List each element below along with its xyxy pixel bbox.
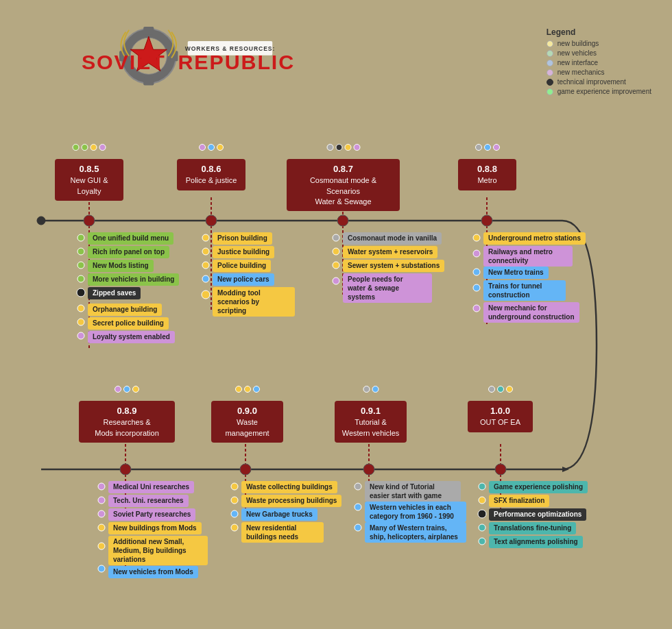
feature-underground-metro: Underground metro stations xyxy=(483,232,586,245)
feature-text-alignments: Text alignments polishing xyxy=(489,536,583,548)
svg-point-59 xyxy=(231,524,238,531)
version-088-number: 0.8.8 xyxy=(465,163,509,175)
feature-new-residential-needs: New residentialbuildings needs xyxy=(241,522,324,543)
svg-point-50 xyxy=(98,483,105,490)
main-container: SOVIET REPUBLIC WORKERS & RESOURCES: Leg… xyxy=(0,0,672,629)
svg-point-52 xyxy=(98,510,105,517)
svg-point-27 xyxy=(495,464,506,475)
version-086-number: 0.8.6 xyxy=(184,163,239,175)
feature-new-tutorial: New kind of Tutorialeasier start with ga… xyxy=(365,481,461,502)
legend-item-interface: new interface xyxy=(547,59,651,66)
feature-new-mods-listing: New Mods listing xyxy=(88,260,154,272)
legend-dot-mechanics xyxy=(547,69,553,76)
svg-point-51 xyxy=(98,497,105,504)
legend-label-interface: new interface xyxy=(557,59,598,66)
svg-point-40 xyxy=(202,291,210,299)
svg-rect-70 xyxy=(143,27,154,34)
feature-unified-build-menu: One unified build menu xyxy=(88,232,173,245)
feature-people-needs-water: People needs forwater & sewage systems xyxy=(343,273,432,303)
feature-railways-metro: Railways and metroconnectivity xyxy=(483,246,573,267)
version-091-number: 0.9.1 xyxy=(341,405,400,417)
feature-prison-building: Prison building xyxy=(213,232,272,245)
feature-waste-collecting: Waste collecting buildings xyxy=(241,481,337,493)
svg-point-38 xyxy=(202,262,209,269)
svg-point-65 xyxy=(478,510,486,518)
legend-item-vehicles: new vehicles xyxy=(547,49,651,57)
svg-point-26 xyxy=(363,464,374,475)
feature-rich-info-panel: Rich info panel on top xyxy=(88,246,169,258)
svg-point-63 xyxy=(479,483,485,490)
version-087: 0.8.7 Cosmonaut mode & ScenariosWater & … xyxy=(287,159,400,211)
version-091-title: Tutorial &Western vehicles xyxy=(341,417,400,439)
svg-point-31 xyxy=(77,275,84,282)
version-085: 0.8.5 New GUI &Loyalty xyxy=(55,159,123,201)
feature-secret-police-building: Secret police building xyxy=(88,317,169,330)
version-085-number: 0.8.5 xyxy=(62,163,117,175)
svg-point-45 xyxy=(473,234,480,241)
svg-point-41 xyxy=(333,234,339,241)
svg-point-34 xyxy=(77,319,84,325)
feature-tech-uni: Tech. Uni. researches xyxy=(108,495,189,507)
version-089: 0.8.9 Researches &Mods incorporation xyxy=(79,401,175,443)
version-088-title: Metro xyxy=(465,175,509,186)
svg-text:WORKERS & RESOURCES:: WORKERS & RESOURCES: xyxy=(185,45,276,52)
version-089-title: Researches &Mods incorporation xyxy=(86,417,168,439)
legend-item-buildings: new buildings xyxy=(547,40,651,47)
feature-justice-building: Justice building xyxy=(213,246,274,258)
feature-modding-tool: Modding toolscenarios by scripting xyxy=(213,287,295,317)
svg-point-43 xyxy=(333,262,339,269)
version-090-number: 0.9.0 xyxy=(218,405,276,417)
svg-point-60 xyxy=(355,483,361,490)
feature-translations: Translations fine-tuning xyxy=(489,522,576,534)
version-088: 0.8.8 Metro xyxy=(458,159,516,190)
feature-water-system: Water system + reservoirs xyxy=(343,246,437,258)
svg-point-64 xyxy=(479,497,485,504)
legend-label-mechanics: new mechanics xyxy=(557,69,605,76)
version-086: 0.8.6 Police & justice xyxy=(177,159,245,190)
svg-point-58 xyxy=(231,510,238,517)
svg-point-56 xyxy=(231,483,238,490)
legend-dot-interface xyxy=(547,60,553,66)
feature-medical-uni: Medical Uni researches xyxy=(108,481,194,493)
legend-item-technical: technical improvement xyxy=(547,78,651,86)
feature-more-vehicles-building: More vehicles in building xyxy=(88,273,179,286)
feature-western-vehicles-each: Western vehicles in eachcategory from 19… xyxy=(365,502,466,522)
svg-point-48 xyxy=(473,284,480,291)
svg-point-49 xyxy=(473,305,480,312)
svg-point-37 xyxy=(202,248,209,255)
version-091: 0.9.1 Tutorial &Western vehicles xyxy=(335,401,407,443)
svg-point-24 xyxy=(120,464,131,475)
feature-orphanage-building: Orphanage building xyxy=(88,304,162,316)
feature-performance: Performance optimizations xyxy=(489,508,586,521)
legend-label-buildings: new buildings xyxy=(557,40,599,47)
svg-text:SOVIET: SOVIET xyxy=(82,50,166,73)
feature-new-buildings-mods: New buildings from Mods xyxy=(108,522,202,534)
svg-point-54 xyxy=(98,543,105,550)
feature-sewer-system: Sewer system + substations xyxy=(343,260,444,272)
feature-loyalty-system: Loyalty system enabled xyxy=(88,331,175,343)
version-100-title: OUT OF EA xyxy=(475,417,526,428)
svg-point-61 xyxy=(355,504,361,510)
legend-dot-experience xyxy=(547,88,553,95)
svg-point-21 xyxy=(206,215,217,226)
version-085-title: New GUI &Loyalty xyxy=(62,175,117,197)
feature-additional-buildings: Additional new Small,Medium, Big buildin… xyxy=(108,536,208,565)
svg-point-57 xyxy=(231,497,238,504)
feature-police-building: Police building xyxy=(213,260,271,272)
version-100: 1.0.0 OUT OF EA xyxy=(468,401,533,432)
legend-item-mechanics: new mechanics xyxy=(547,69,651,76)
legend-label-experience: game experience improvement xyxy=(557,88,651,95)
feature-waste-processing: Waste processing buildings xyxy=(241,495,341,507)
legend-dot-vehicles xyxy=(547,50,553,57)
feature-new-vehicles-mods: New vehicles from Mods xyxy=(108,566,198,578)
svg-point-53 xyxy=(98,524,105,531)
version-090-title: Wastemanagement xyxy=(218,417,276,439)
feature-cosmonaut-mode: Cosmonaut mode in vanilla xyxy=(343,232,442,245)
svg-point-19 xyxy=(37,217,45,225)
legend-label-vehicles: new vehicles xyxy=(557,49,597,57)
feature-new-garbage-trucks: New Garbage trucks xyxy=(241,508,317,521)
version-086-title: Police & justice xyxy=(184,175,239,186)
version-087-title: Cosmonaut mode & ScenariosWater & Sewage xyxy=(293,175,393,207)
legend-label-technical: technical improvement xyxy=(557,78,626,86)
version-089-number: 0.8.9 xyxy=(86,405,168,417)
